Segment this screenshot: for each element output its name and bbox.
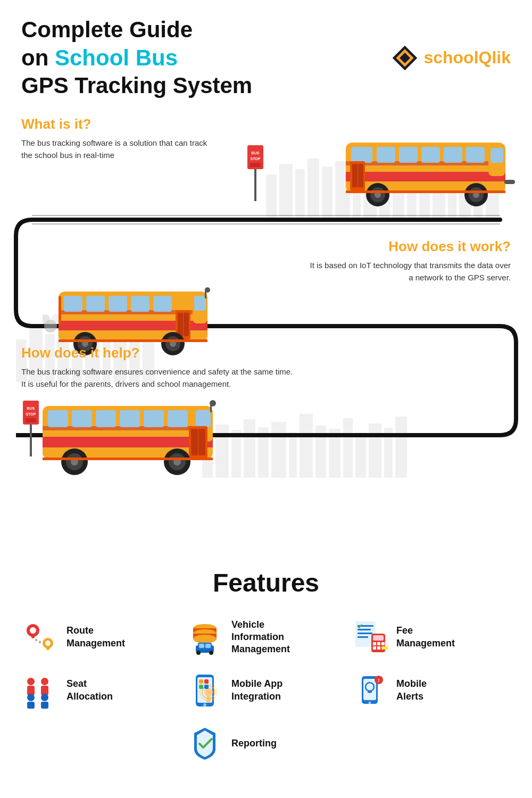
section3-body: The bus tracking software ensures conven… — [21, 365, 298, 390]
section3-heading: How does it help? — [21, 345, 298, 361]
svg-point-180 — [369, 701, 371, 704]
logo: schoolQlik — [392, 45, 511, 71]
svg-rect-56 — [421, 147, 440, 163]
section1-body: The bus tracking software is a solution … — [21, 137, 207, 162]
svg-point-185 — [369, 691, 371, 693]
svg-point-87 — [205, 287, 210, 293]
section2-heading: How does it work? — [309, 238, 511, 255]
svg-rect-97 — [59, 339, 207, 342]
feature-vehicle: VehicleInformationManagement — [186, 619, 346, 656]
svg-rect-49 — [250, 163, 261, 167]
svg-point-129 — [35, 639, 37, 641]
svg-rect-117 — [191, 429, 198, 455]
reporting-icon — [186, 725, 223, 762]
svg-rect-53 — [351, 147, 372, 163]
svg-rect-79 — [86, 296, 105, 312]
title-line2-prefix: on — [21, 45, 55, 70]
section-3-text: How does it help? The bus tracking softw… — [21, 345, 298, 390]
section-1-text: What is it? The bus tracking software is… — [21, 116, 207, 162]
feature-seat: SeatAllocation — [21, 672, 181, 709]
features-section: Features — [0, 542, 532, 778]
fee-management-icon-svg — [351, 619, 388, 656]
mobile-app-integration-icon-svg — [186, 672, 223, 709]
svg-rect-71 — [346, 190, 505, 193]
svg-rect-82 — [153, 296, 172, 312]
logo-diamond-icon — [392, 45, 418, 71]
vehicle-management-icon-svg — [186, 619, 223, 656]
svg-point-128 — [31, 635, 35, 638]
svg-rect-175 — [204, 679, 209, 684]
seat-icon — [21, 672, 59, 709]
svg-point-159 — [27, 678, 35, 685]
features-title: Features — [21, 568, 511, 597]
bus-3-svg — [35, 395, 226, 480]
svg-rect-156 — [373, 646, 376, 650]
mobile-alerts-icon: ! — [351, 672, 388, 709]
svg-rect-55 — [399, 147, 418, 163]
svg-rect-89 — [178, 313, 183, 336]
feature-mobile-app-label: Mobile AppIntegration — [231, 678, 282, 703]
svg-rect-113 — [196, 410, 211, 427]
feature-vehicle-label: VehicleInformationManagement — [231, 619, 290, 656]
svg-rect-150 — [358, 636, 368, 638]
feature-fee-label: FeeManagement — [396, 625, 455, 650]
svg-point-161 — [41, 678, 48, 685]
features-grid: RouteManagement — [21, 619, 511, 762]
svg-rect-177 — [204, 685, 209, 689]
svg-point-127 — [30, 627, 36, 634]
svg-rect-62 — [352, 164, 358, 187]
svg-rect-51 — [346, 172, 505, 181]
feature-fee: FeeManagement — [351, 619, 511, 656]
svg-rect-110 — [144, 410, 164, 427]
fee-icon — [351, 619, 388, 656]
route-icon — [21, 619, 59, 656]
vehicle-icon — [186, 619, 223, 656]
svg-rect-45 — [254, 169, 256, 201]
svg-rect-154 — [377, 642, 380, 645]
svg-text:BUS: BUS — [252, 151, 260, 155]
svg-point-134 — [46, 647, 49, 650]
svg-rect-176 — [199, 685, 203, 689]
logo-text-main: school — [423, 48, 478, 67]
svg-rect-143 — [205, 644, 211, 648]
svg-rect-63 — [358, 164, 363, 187]
svg-point-130 — [39, 641, 41, 643]
route-management-icon-svg — [21, 619, 59, 656]
svg-rect-107 — [72, 410, 92, 427]
section2-body: It is based on IoT technology that trans… — [309, 259, 511, 284]
section-2-text: How does it work? It is based on IoT tec… — [309, 238, 511, 284]
feature-mobile-alerts: ! MobileAlerts — [351, 672, 511, 709]
svg-rect-158 — [381, 646, 388, 650]
svg-rect-111 — [168, 410, 188, 427]
svg-point-144 — [196, 651, 201, 655]
svg-rect-81 — [131, 296, 149, 312]
svg-rect-57 — [444, 147, 462, 163]
svg-point-169 — [203, 703, 206, 706]
svg-rect-149 — [358, 633, 372, 634]
title-line3: GPS Tracking System — [21, 73, 252, 98]
svg-rect-108 — [96, 410, 116, 427]
svg-point-133 — [45, 641, 51, 646]
seat-allocation-icon-svg — [21, 672, 59, 709]
logo-text-accent: Qlik — [479, 48, 511, 67]
reporting-icon-svg — [186, 725, 223, 762]
feature-route: RouteManagement — [21, 619, 181, 656]
feature-mobile-alerts-label: MobileAlerts — [396, 678, 427, 703]
svg-rect-90 — [184, 313, 189, 336]
svg-rect-155 — [381, 642, 385, 645]
svg-rect-98 — [30, 425, 32, 456]
svg-rect-125 — [43, 458, 213, 460]
svg-rect-54 — [377, 147, 395, 163]
section1-heading: What is it? — [21, 116, 207, 132]
mobile-alerts-icon-svg: ! — [351, 672, 388, 709]
svg-point-145 — [209, 651, 213, 655]
svg-point-165 — [41, 694, 48, 701]
svg-rect-104 — [43, 437, 213, 447]
svg-rect-157 — [377, 646, 380, 650]
page-title: Complete Guide on School Bus GPS Trackin… — [21, 16, 252, 100]
svg-text:BUS: BUS — [27, 406, 35, 410]
svg-rect-106 — [48, 410, 68, 427]
svg-rect-148 — [358, 629, 371, 630]
feature-route-label: RouteManagement — [66, 625, 125, 650]
road-section: What is it? The bus tracking software is… — [0, 105, 532, 542]
